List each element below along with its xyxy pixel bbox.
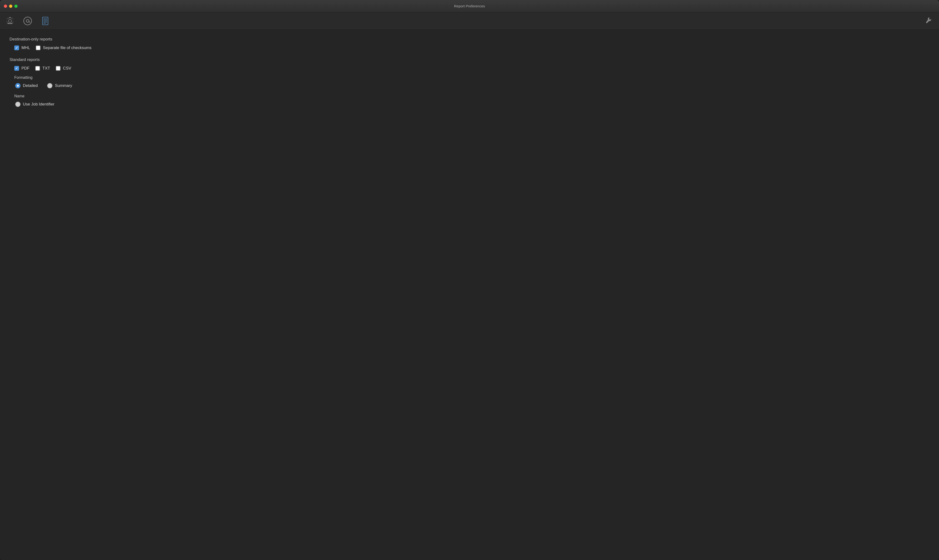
detailed-label: Detailed (23, 83, 38, 88)
standard-reports-section: Standard reports PDF TXT CSV Formattin (9, 57, 930, 107)
use-job-identifier-label: Use Job Identifier (23, 102, 54, 107)
destination-only-section: Destination-only reports MHL Separate fi… (9, 37, 930, 50)
standard-reports-label: Standard reports (9, 57, 930, 62)
formatting-radio-row: Detailed Summary (15, 83, 930, 88)
report-icon (41, 17, 49, 25)
format-checkboxes: PDF TXT CSV (14, 66, 930, 71)
at-sign-icon (23, 17, 32, 25)
separate-checksums-label: Separate file of checksums (43, 46, 91, 50)
formatting-label: Formatting (14, 75, 930, 80)
csv-label: CSV (63, 66, 71, 71)
email-toolbar-button[interactable] (22, 16, 33, 26)
wrench-icon (925, 17, 933, 25)
pdf-checkbox-item[interactable]: PDF (14, 66, 29, 71)
formatting-subsection: Formatting Detailed Summary (14, 75, 930, 88)
use-job-identifier-radio[interactable] (15, 102, 20, 107)
minimize-button[interactable] (9, 5, 12, 8)
gear-icon (6, 17, 14, 25)
summary-label: Summary (55, 83, 72, 88)
title-bar: Report Preferences (0, 0, 939, 12)
maximize-button[interactable] (14, 5, 18, 8)
txt-checkbox[interactable] (35, 66, 40, 71)
detailed-radio-item[interactable]: Detailed (15, 83, 38, 88)
mhl-label: MHL (22, 46, 30, 50)
report-toolbar-button[interactable] (40, 16, 51, 26)
name-label: Name (14, 94, 930, 98)
mhl-checkbox-item[interactable]: MHL (14, 46, 30, 50)
pdf-label: PDF (22, 66, 29, 71)
pdf-checkbox[interactable] (14, 66, 19, 71)
detailed-radio[interactable] (15, 83, 20, 88)
window-title: Report Preferences (454, 4, 485, 8)
separate-checksums-checkbox-item[interactable]: Separate file of checksums (36, 46, 91, 50)
txt-checkbox-item[interactable]: TXT (35, 66, 50, 71)
use-job-identifier-row: Use Job Identifier (15, 102, 930, 107)
summary-radio[interactable] (47, 83, 52, 88)
mhl-checkbox[interactable] (14, 46, 19, 50)
content-area: Destination-only reports MHL Separate fi… (0, 30, 939, 560)
close-button[interactable] (4, 5, 7, 8)
gear-toolbar-button[interactable] (5, 16, 15, 26)
toolbar (0, 12, 939, 30)
svg-point-0 (23, 17, 31, 25)
csv-checkbox[interactable] (56, 66, 60, 71)
tools-toolbar-button[interactable] (924, 16, 934, 26)
traffic-lights (4, 5, 18, 8)
destination-only-label: Destination-only reports (9, 37, 930, 42)
separate-checksums-checkbox[interactable] (36, 46, 40, 50)
csv-checkbox-item[interactable]: CSV (56, 66, 71, 71)
window: Report Preferences (0, 0, 939, 560)
destination-only-checkboxes: MHL Separate file of checksums (14, 46, 930, 50)
summary-radio-item[interactable]: Summary (47, 83, 72, 88)
name-subsection: Name Use Job Identifier (14, 94, 930, 107)
txt-label: TXT (42, 66, 50, 71)
svg-point-1 (26, 20, 29, 22)
